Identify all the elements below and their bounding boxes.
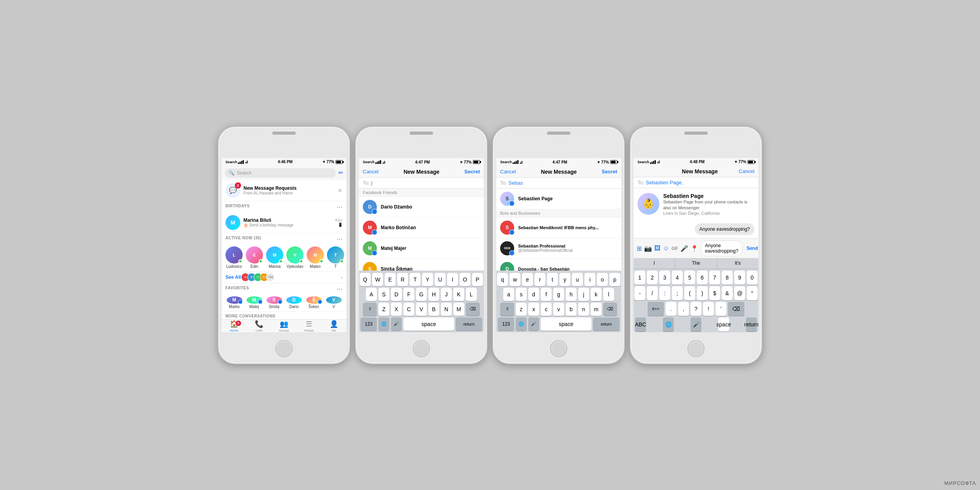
num-0[interactable]: 0	[747, 271, 758, 285]
num-1[interactable]: 1	[634, 271, 645, 285]
key-a[interactable]: A	[366, 288, 377, 301]
key3-shift[interactable]: ⇧	[500, 303, 514, 316]
camera-icon[interactable]: 📷	[644, 245, 652, 252]
key3-g[interactable]: g	[553, 288, 564, 301]
active-dots[interactable]: ···	[337, 236, 343, 243]
result-main-1[interactable]: S Sebastien Page	[496, 189, 621, 209]
key-y[interactable]: Y	[422, 273, 433, 286]
num-2[interactable]: 2	[647, 271, 658, 285]
key3-a[interactable]: a	[503, 288, 514, 301]
key-123[interactable]: 123	[360, 317, 377, 331]
message-text-input[interactable]: Anyone eavesdropping?	[701, 241, 742, 256]
key-m[interactable]: M	[453, 303, 464, 316]
num-lparen[interactable]: (	[684, 286, 695, 300]
key3-mic[interactable]: 🎤	[528, 317, 539, 331]
compose-btn-1[interactable]: ✏	[338, 169, 343, 176]
key-p[interactable]: P	[472, 273, 483, 286]
num-period[interactable]: .	[666, 302, 676, 316]
num-semi[interactable]: ;	[672, 286, 683, 300]
home-button-2[interactable]	[413, 340, 430, 357]
key-q[interactable]: Q	[360, 273, 371, 286]
key-c[interactable]: C	[403, 303, 414, 316]
nav-groups[interactable]: 👥 Groups	[272, 320, 296, 332]
bot-row-2[interactable]: SEB Sebastian Professional @SebastianPro…	[496, 238, 621, 259]
contact-row-3[interactable]: M Matej Majer	[359, 238, 484, 259]
num-qmark[interactable]: ?	[691, 302, 701, 316]
contact-row-4[interactable]: S Siniša Šikman	[359, 259, 484, 271]
mic-icon[interactable]: 🎤	[680, 245, 688, 252]
key-t[interactable]: T	[410, 273, 421, 286]
key4-return[interactable]: return	[746, 317, 757, 331]
to-field-4[interactable]: To: Sebastien Page,	[634, 177, 758, 188]
secret-btn-2[interactable]: Secret	[464, 169, 480, 175]
key3-globe[interactable]: 🌐	[516, 317, 527, 331]
key3-return[interactable]: return	[593, 317, 620, 331]
fav-6[interactable]: V V	[325, 296, 343, 309]
key3-t[interactable]: t	[547, 273, 558, 286]
nav-people[interactable]: ☰ People	[296, 320, 321, 332]
birthday-row[interactable]: M Marina Biluš 🎂 Send a birthday message…	[222, 212, 346, 233]
home-button-4[interactable]	[687, 340, 705, 357]
num-4[interactable]: 4	[672, 271, 683, 285]
num-quote[interactable]: "	[747, 286, 758, 300]
active-user-2[interactable]: E Edin	[246, 246, 263, 269]
num-comma[interactable]: ,	[678, 302, 689, 316]
bot-row-1[interactable]: S Sebastian Mendiković IFBB mens phy...	[496, 217, 621, 238]
key-e[interactable]: E	[385, 273, 396, 286]
num-del[interactable]: ⌫	[728, 302, 744, 316]
key3-s[interactable]: s	[516, 288, 527, 301]
cancel-btn-3[interactable]: Cancel	[500, 169, 516, 175]
active-user-4[interactable]: V Vjekoslav	[286, 246, 304, 269]
suggestion-3[interactable]: It's	[717, 258, 758, 268]
key3-d[interactable]: d	[528, 288, 539, 301]
key3-w[interactable]: w	[510, 273, 520, 286]
nav-calls[interactable]: 📞 Calls	[247, 320, 272, 332]
num-excl[interactable]: !	[703, 302, 714, 316]
search-input-1[interactable]: 🔍 Search	[225, 168, 336, 178]
key3-n[interactable]: n	[578, 303, 589, 316]
key3-r[interactable]: r	[534, 273, 545, 286]
home-button-1[interactable]	[275, 340, 293, 357]
key4-space[interactable]: space	[718, 317, 729, 331]
key3-delete[interactable]: ⌫	[603, 303, 617, 316]
num-dollar[interactable]: $	[709, 286, 720, 300]
key-w[interactable]: W	[372, 273, 383, 286]
key3-123[interactable]: 123	[498, 317, 514, 331]
birthdays-dots[interactable]: ···	[337, 204, 343, 211]
profile-card[interactable]: 👶 Sebastien Page Sebastien Page from you…	[634, 188, 758, 221]
num-9[interactable]: 9	[734, 271, 745, 285]
key-delete[interactable]: ⌫	[466, 303, 480, 316]
key-r[interactable]: R	[397, 273, 408, 286]
key-d[interactable]: D	[391, 288, 402, 301]
see-all-arrow[interactable]: ›	[341, 274, 343, 280]
fav-5[interactable]: Š Šokec	[305, 296, 323, 309]
key3-v[interactable]: v	[553, 303, 564, 316]
apps-icon[interactable]: ⊞	[637, 245, 642, 252]
key-x[interactable]: X	[391, 303, 402, 316]
key3-f[interactable]: f	[541, 288, 552, 301]
fav-4[interactable]: D Dario	[285, 296, 303, 309]
send-btn[interactable]: Send	[745, 246, 758, 251]
nav-me[interactable]: 👤 Me	[321, 320, 346, 332]
fav-3[interactable]: S Siniša	[265, 296, 283, 309]
nav-home[interactable]: 🏠 5 Home	[222, 320, 247, 332]
key-b[interactable]: B	[428, 303, 439, 316]
message-request-banner[interactable]: 💬 2 New Message Requests From AL-Hassani…	[222, 180, 346, 201]
key4-mic[interactable]: 🎤	[691, 317, 701, 331]
fav-2[interactable]: M Matej	[245, 296, 263, 309]
active-user-5[interactable]: M Mateo	[307, 246, 324, 269]
favorites-dots[interactable]: ···	[337, 286, 343, 293]
key4-globe[interactable]: 🌐	[663, 317, 674, 331]
key-return[interactable]: return	[456, 317, 482, 331]
see-all-btn[interactable]: See All	[225, 274, 241, 280]
to-field-3[interactable]: To: Sebas	[496, 178, 621, 189]
emoji-icon[interactable]: ☺	[663, 245, 669, 252]
contact-row-1[interactable]: D Dario Džambo	[359, 197, 484, 217]
key-shift[interactable]: ⇧	[363, 303, 377, 316]
key-h[interactable]: H	[428, 288, 439, 301]
photo-icon[interactable]: 🖼	[654, 245, 660, 252]
suggestion-2[interactable]: The	[675, 258, 717, 268]
key-v[interactable]: V	[416, 303, 427, 316]
key3-p[interactable]: p	[609, 273, 620, 286]
key3-z[interactable]: z	[516, 303, 527, 316]
